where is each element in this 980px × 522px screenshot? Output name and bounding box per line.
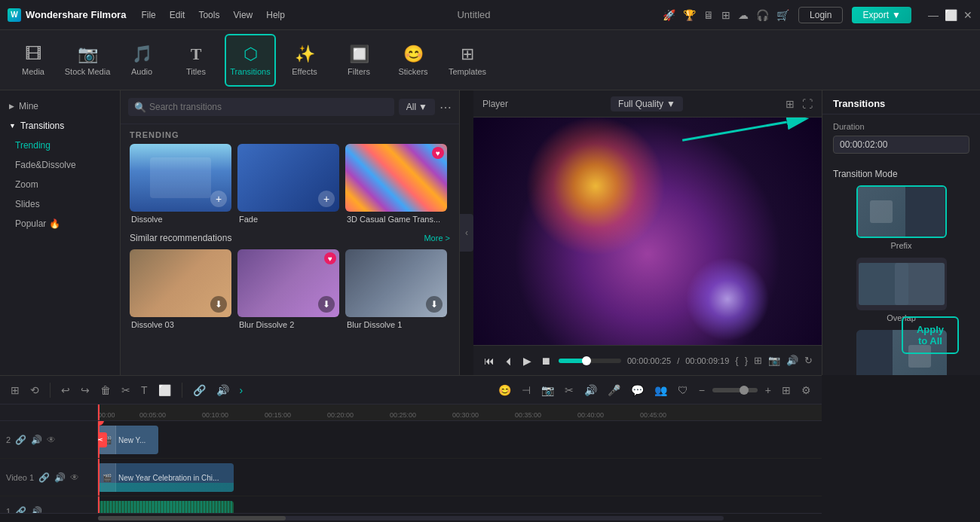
voice-record-icon[interactable]: 🎤 xyxy=(605,383,623,398)
trim-icon[interactable]: ✂ xyxy=(562,383,577,398)
stop-button[interactable]: ⏹ xyxy=(539,353,553,368)
download-dissolve03-icon[interactable]: ⬇ xyxy=(210,296,227,313)
menu-tools[interactable]: Tools xyxy=(198,10,219,20)
close-icon[interactable]: ✕ xyxy=(963,9,972,21)
clip-split-icon[interactable]: ⊣ xyxy=(519,383,534,398)
download-blurdissolve2-icon[interactable]: ⬇ xyxy=(318,296,335,313)
mode-option-overlap[interactable]: Overlap xyxy=(833,258,969,322)
login-button[interactable]: Login xyxy=(798,7,843,23)
out-point-icon[interactable]: } xyxy=(745,355,748,366)
tool-filters[interactable]: 🔲 Filters xyxy=(333,34,384,87)
tool-stock-media[interactable]: 📷 Stock Media xyxy=(62,34,113,87)
collab-icon[interactable]: 👥 xyxy=(651,383,670,398)
track-v1-link-icon[interactable]: 🔗 xyxy=(38,472,50,483)
a1-clip[interactable] xyxy=(98,501,234,513)
tool-transitions[interactable]: ⬡ Transitions xyxy=(225,34,276,87)
in-point-icon[interactable]: { xyxy=(735,355,738,366)
icon-cloud[interactable]: ☁ xyxy=(738,9,749,21)
sidebar-item-fade-dissolve[interactable]: Fade&Dissolve xyxy=(0,155,120,175)
zoom-in-icon[interactable]: + xyxy=(762,383,774,398)
duration-input[interactable] xyxy=(833,136,969,154)
emoji-icon[interactable]: 😊 xyxy=(495,383,514,398)
settings-icon[interactable]: ⚙ xyxy=(798,383,814,398)
tool-titles[interactable]: T Titles xyxy=(170,34,222,87)
camera-icon[interactable]: 📷 xyxy=(768,355,780,366)
apply-all-button[interactable]: Apply to All xyxy=(902,316,959,354)
sidebar-section-transitions[interactable]: ▼ Transitions xyxy=(0,116,120,136)
track-v2-link-icon[interactable]: 🔗 xyxy=(15,435,26,445)
tool-stickers[interactable]: 😊 Stickers xyxy=(387,34,439,87)
search-input[interactable] xyxy=(128,98,394,116)
marker-icon[interactable]: ⬜ xyxy=(155,383,174,398)
tool-audio[interactable]: 🎵 Audio xyxy=(116,34,167,87)
zoom-out-icon[interactable]: − xyxy=(696,383,708,398)
collapse-panel-button[interactable]: ‹ xyxy=(460,214,473,252)
transition-card-dissolve[interactable]: + Dissolve xyxy=(130,144,231,224)
transition-card-blurdissolve1[interactable]: ⬇ Blur Dissolve 1 xyxy=(345,249,447,329)
icon-headphones[interactable]: 🎧 xyxy=(756,9,769,21)
cut-icon[interactable]: ✂ xyxy=(118,383,133,398)
icon-monitor[interactable]: 🖥 xyxy=(703,9,714,21)
zoom-handle[interactable] xyxy=(740,386,749,395)
undo-icon[interactable]: ↩ xyxy=(58,383,73,398)
tool-templates[interactable]: ⊞ Templates xyxy=(442,34,493,87)
track-v2-audio-icon[interactable]: 🔊 xyxy=(31,435,42,445)
grid-view-icon[interactable]: ⊞ xyxy=(786,98,795,110)
audio-keyframe-icon[interactable]: 🔊 xyxy=(581,383,600,398)
transition-card-fade[interactable]: + Fade xyxy=(237,144,339,224)
progress-bar[interactable] xyxy=(559,359,621,363)
minimize-icon[interactable]: — xyxy=(928,9,939,21)
subtitle-icon[interactable]: 💬 xyxy=(628,383,647,398)
track-v1-eye-icon[interactable]: 👁 xyxy=(70,472,79,483)
v2-clip[interactable]: 🎬 New Y... xyxy=(98,426,158,454)
download-blurdissolve1-icon[interactable]: ⬇ xyxy=(426,296,443,313)
redo-icon[interactable]: ↪ xyxy=(78,383,93,398)
tool-media[interactable]: 🎞 Media xyxy=(8,34,59,87)
fullscreen-icon[interactable]: ⛶ xyxy=(802,98,813,110)
add-dissolve-button[interactable]: + xyxy=(210,191,227,207)
menu-help[interactable]: Help xyxy=(266,10,285,20)
transition-card-dissolve03[interactable]: ⬇ Dissolve 03 xyxy=(130,249,231,329)
sidebar-item-zoom[interactable]: Zoom xyxy=(0,175,120,194)
track-v1-audio-icon[interactable]: 🔊 xyxy=(54,472,66,483)
icon-shop[interactable]: 🛒 xyxy=(776,9,789,21)
all-filter-button[interactable]: All ▼ xyxy=(399,99,435,115)
track-a1-audio-icon[interactable]: 🔊 xyxy=(31,506,42,514)
sidebar-section-mine[interactable]: ▶ Mine xyxy=(0,96,120,116)
ripple-edit-icon[interactable]: ⟲ xyxy=(27,383,42,398)
tool-effects[interactable]: ✨ Effects xyxy=(279,34,330,87)
camera-capture-icon[interactable]: 📷 xyxy=(538,383,557,398)
delete-icon[interactable]: 🗑 xyxy=(97,383,114,398)
menu-edit[interactable]: Edit xyxy=(170,10,185,20)
quality-button[interactable]: Full Quality ▼ xyxy=(611,96,683,111)
add-fade-button[interactable]: + xyxy=(318,191,335,207)
transition-card-3dcasual[interactable]: ♥ 3D Casual Game Trans... xyxy=(345,144,447,224)
scene-detect-icon[interactable]: ⊞ xyxy=(8,383,23,398)
track-v2-eye-icon[interactable]: 👁 xyxy=(47,435,56,445)
timeline-scrollbar[interactable] xyxy=(0,513,822,522)
transition-card-blurdissolve2[interactable]: ♥ ⬇ Blur Dissolve 2 xyxy=(237,249,339,329)
skip-back-button[interactable]: ⏮ xyxy=(482,353,496,368)
more-tools-icon[interactable]: › xyxy=(237,383,247,398)
step-back-button[interactable]: ⏴ xyxy=(502,353,516,368)
sidebar-item-trending[interactable]: Trending xyxy=(0,136,120,155)
menu-view[interactable]: View xyxy=(233,10,253,20)
icon-award[interactable]: 🏆 xyxy=(683,9,696,21)
sidebar-item-popular[interactable]: Popular 🔥 xyxy=(0,214,120,234)
more-options-button[interactable]: ⋯ xyxy=(439,100,452,114)
volume-icon[interactable]: 🔊 xyxy=(786,355,798,366)
scrollbar-thumb[interactable] xyxy=(98,516,286,520)
menu-file[interactable]: File xyxy=(141,10,155,20)
grid-icon[interactable]: ⊞ xyxy=(779,383,794,398)
link-icon[interactable]: 🔗 xyxy=(190,383,209,398)
add-to-timeline-icon[interactable]: ⊞ xyxy=(754,355,762,366)
icon-rocket[interactable]: 🚀 xyxy=(663,9,675,21)
play-button[interactable]: ▶ xyxy=(522,353,533,368)
audio-detach-icon[interactable]: 🔊 xyxy=(213,383,232,398)
export-button[interactable]: Export ▼ xyxy=(852,7,911,23)
progress-handle[interactable] xyxy=(582,356,591,365)
sidebar-item-slides[interactable]: Slides xyxy=(0,194,120,214)
icon-grid[interactable]: ⊞ xyxy=(721,9,730,21)
zoom-slider[interactable] xyxy=(712,388,758,392)
rotate-icon[interactable]: ↻ xyxy=(804,355,813,366)
